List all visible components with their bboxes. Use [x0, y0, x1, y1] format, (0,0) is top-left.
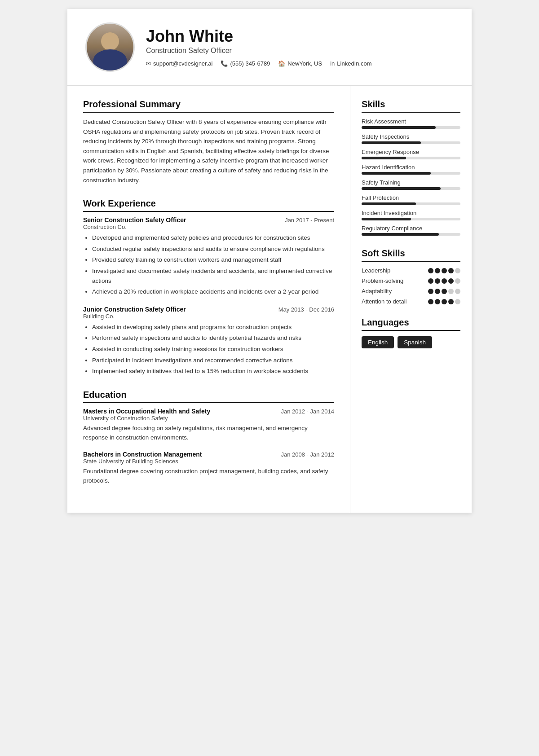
contact-location: 🏠NewYork, US: [278, 60, 322, 67]
resume-body: Professional Summary Dedicated Construct…: [67, 86, 472, 513]
dot: [428, 299, 433, 304]
education-title: Education: [83, 390, 334, 403]
soft-skills-section: Soft Skills Leadership Problem-solving A…: [362, 248, 460, 305]
languages-section: Languages EnglishSpanish: [362, 317, 460, 348]
dot: [428, 278, 433, 284]
resume-header: John White Construction Safety Officer ✉…: [67, 9, 472, 86]
edu-school: State University of Building Sciences: [83, 458, 334, 465]
bullet-item: Implemented safety initiatives that led …: [92, 366, 334, 376]
job-item: Senior Construction Safety Officer Jan 2…: [83, 216, 334, 297]
dot: [442, 268, 447, 273]
right-column: Skills Risk Assessment Safety Inspection…: [350, 86, 472, 513]
skill-bar-fill: [362, 141, 421, 144]
experience-title: Work Experience: [83, 198, 334, 212]
dots-container: [428, 268, 460, 273]
skill-bar-bg: [362, 233, 460, 236]
candidate-title: Construction Safety Officer: [146, 47, 372, 55]
soft-skill-name: Leadership: [362, 267, 390, 274]
dot: [442, 289, 447, 294]
dot: [448, 268, 454, 273]
soft-skill-name: Problem-solving: [362, 277, 403, 284]
edu-desc: Advanced degree focusing on safety regul…: [83, 423, 334, 443]
avatar-image: [87, 22, 133, 72]
header-info: John White Construction Safety Officer ✉…: [146, 27, 372, 67]
summary-title: Professional Summary: [83, 99, 334, 113]
skills-section: Skills Risk Assessment Safety Inspection…: [362, 99, 460, 236]
dot: [455, 299, 460, 304]
soft-skill-item: Problem-solving: [362, 277, 460, 284]
education-section: Education Masters in Occupational Health…: [83, 390, 334, 486]
soft-skill-item: Adaptability: [362, 288, 460, 294]
skill-name: Incident Investigation: [362, 210, 460, 216]
bullet-item: Achieved a 20% reduction in workplace ac…: [92, 287, 334, 297]
bullet-item: Conducted regular safety inspections and…: [92, 244, 334, 254]
soft-skill-item: Attention to detail: [362, 298, 460, 305]
skill-bar-fill: [362, 126, 436, 129]
edu-degree: Masters in Occupational Health and Safet…: [83, 408, 210, 415]
skill-item: Risk Assessment: [362, 118, 460, 129]
skills-list: Risk Assessment Safety Inspections Emerg…: [362, 118, 460, 236]
skill-name: Safety Training: [362, 179, 460, 186]
soft-skill-name: Adaptability: [362, 288, 392, 294]
bullet-item: Investigated and documented safety incid…: [92, 266, 334, 286]
summary-text: Dedicated Construction Safety Officer wi…: [83, 117, 334, 185]
contact-text: LinkedIn.com: [337, 60, 371, 67]
edu-header: Masters in Occupational Health and Safet…: [83, 408, 334, 415]
skills-title: Skills: [362, 99, 460, 113]
language-tag: English: [362, 336, 394, 348]
contact-text: (555) 345-6789: [230, 60, 270, 67]
skill-item: Safety Inspections: [362, 133, 460, 144]
bullet-item: Assisted in conducting safety training s…: [92, 344, 334, 354]
job-title: Senior Construction Safety Officer: [83, 216, 186, 224]
bullet-item: Assisted in developing safety plans and …: [92, 322, 334, 332]
dots-container: [428, 278, 460, 284]
skill-item: Incident Investigation: [362, 210, 460, 220]
language-tags: EnglishSpanish: [362, 336, 460, 348]
job-date: Jan 2017 - Present: [285, 217, 334, 224]
skill-name: Emergency Response: [362, 149, 460, 155]
resume-container: John White Construction Safety Officer ✉…: [67, 9, 472, 513]
job-company: Construction Co.: [83, 224, 334, 230]
contact-text: NewYork, US: [287, 60, 322, 67]
job-company: Building Co.: [83, 313, 334, 320]
dot: [442, 278, 447, 284]
skill-item: Hazard Identification: [362, 164, 460, 175]
bullet-item: Developed and implemented safety policie…: [92, 233, 334, 243]
skill-item: Safety Training: [362, 179, 460, 190]
dot: [428, 268, 433, 273]
skill-bar-bg: [362, 141, 460, 144]
edu-date: Jan 2008 - Jan 2012: [281, 451, 334, 458]
avatar: [85, 22, 135, 72]
skill-bar-fill: [362, 157, 406, 159]
language-tag: Spanish: [398, 336, 432, 348]
education-list: Masters in Occupational Health and Safet…: [83, 408, 334, 486]
skill-bar-bg: [362, 126, 460, 129]
skill-bar-fill: [362, 233, 439, 236]
edu-desc: Foundational degree covering constructio…: [83, 466, 334, 486]
skill-bar-fill: [362, 187, 441, 190]
skill-item: Regulatory Compliance: [362, 225, 460, 236]
dot: [435, 268, 440, 273]
location-icon: 🏠: [278, 60, 285, 67]
dot: [435, 278, 440, 284]
contact-phone: 📞(555) 345-6789: [221, 60, 270, 67]
job-date: May 2013 - Dec 2016: [278, 306, 334, 313]
email-icon: ✉: [146, 60, 151, 67]
skill-item: Emergency Response: [362, 149, 460, 159]
dot: [448, 299, 454, 304]
edu-item: Bachelors in Construction Management Jan…: [83, 451, 334, 486]
skill-name: Fall Protection: [362, 194, 460, 201]
edu-degree: Bachelors in Construction Management: [83, 451, 202, 458]
dot: [448, 289, 454, 294]
contact-linkedin: inLinkedIn.com: [330, 60, 371, 67]
bullet-item: Participated in incident investigations …: [92, 356, 334, 365]
dot: [435, 289, 440, 294]
edu-item: Masters in Occupational Health and Safet…: [83, 408, 334, 443]
contact-list: ✉support@cvdesigner.ai📞(555) 345-6789🏠Ne…: [146, 60, 372, 67]
dots-container: [428, 289, 460, 294]
soft-skill-name: Attention to detail: [362, 298, 406, 305]
summary-section: Professional Summary Dedicated Construct…: [83, 99, 334, 185]
job-bullets: Developed and implemented safety policie…: [83, 233, 334, 297]
edu-school: University of Construction Safety: [83, 415, 334, 422]
soft-skills-title: Soft Skills: [362, 248, 460, 262]
